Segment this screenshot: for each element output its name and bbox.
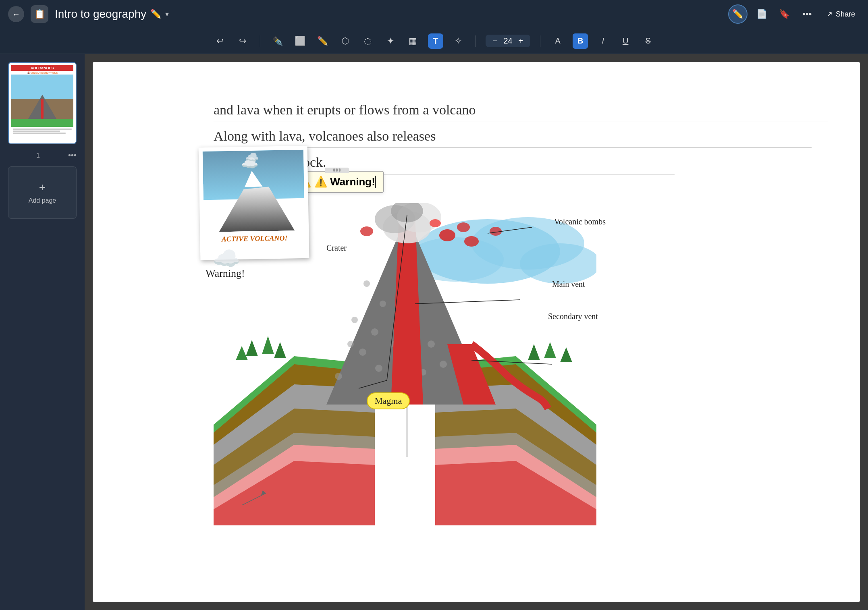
highlighter-icon: ✏️ bbox=[317, 36, 328, 46]
warning-text: ⚠️ Warning! bbox=[314, 176, 376, 188]
title-text: Intro to geography bbox=[55, 8, 146, 21]
svg-marker-49 bbox=[236, 346, 248, 360]
text-tool[interactable]: T bbox=[428, 33, 443, 49]
font-size-control: − 24 + bbox=[486, 35, 530, 47]
separator-3 bbox=[540, 35, 540, 47]
separator-2 bbox=[476, 35, 476, 47]
page-content: and lava when it erupts or flows from a … bbox=[93, 62, 860, 602]
magma-label: Magma bbox=[367, 392, 410, 409]
svg-point-19 bbox=[363, 280, 370, 287]
main-vent-label: Main vent bbox=[552, 280, 585, 289]
font-size-increase[interactable]: + bbox=[517, 36, 525, 46]
share-label: Share bbox=[836, 10, 855, 19]
selection-tool[interactable]: ◌ bbox=[360, 33, 376, 49]
secondary-vent-label: Secondary vent bbox=[548, 312, 598, 321]
bold-button[interactable]: B bbox=[573, 33, 588, 49]
highlighter-tool[interactable]: ✏️ bbox=[315, 33, 330, 49]
notebook-icon: 📋 bbox=[31, 5, 48, 23]
add-page-plus-icon: + bbox=[39, 181, 46, 194]
toolbar: ↩ ↪ ✒️ ⬜ ✏️ ⬡ ◌ ✦ ▦ T ✧ bbox=[0, 28, 868, 54]
svg-point-43 bbox=[490, 227, 502, 236]
more-options-button[interactable]: ••• bbox=[799, 6, 815, 22]
text-icon: T bbox=[433, 36, 438, 46]
redo-icon: ↪ bbox=[239, 36, 246, 46]
italic-icon: I bbox=[602, 36, 604, 46]
thumb-subtitle: 🌋 VOLCANIC ERUPTIONS bbox=[11, 71, 73, 75]
svg-marker-47 bbox=[262, 336, 274, 354]
svg-point-27 bbox=[440, 361, 447, 368]
resize-handle[interactable] bbox=[325, 168, 349, 173]
header-left: ← 📋 Intro to geography ✏️ ▾ bbox=[8, 5, 169, 23]
page-number: 1 bbox=[8, 152, 68, 159]
avatar-pencil-icon: ✏️ bbox=[732, 9, 743, 19]
separator-1 bbox=[260, 35, 260, 47]
eraser-tool[interactable]: ⬜ bbox=[293, 33, 308, 49]
svg-point-30 bbox=[375, 365, 382, 372]
svg-point-31 bbox=[347, 341, 354, 347]
image-icon: ▦ bbox=[409, 36, 417, 46]
eraser-icon: ⬜ bbox=[295, 36, 305, 46]
back-button[interactable]: ← bbox=[8, 6, 24, 22]
svg-point-40 bbox=[439, 229, 455, 241]
bookmark-button[interactable]: 🔖 bbox=[777, 6, 793, 22]
add-page-button[interactable]: + Add page bbox=[8, 166, 77, 219]
svg-point-45 bbox=[360, 226, 373, 236]
page-controls: 1 ••• bbox=[8, 151, 77, 160]
image-tool[interactable]: ▦ bbox=[405, 33, 421, 49]
bold-icon: B bbox=[577, 36, 583, 46]
svg-point-41 bbox=[457, 222, 470, 232]
redo-button[interactable]: ↪ bbox=[235, 33, 250, 49]
add-icon: 📄 bbox=[756, 9, 767, 19]
page-thumbnail-1[interactable]: VOLCANOES 🌋 VOLCANIC ERUPTIONS bbox=[8, 62, 77, 144]
page-options-button[interactable]: ••• bbox=[68, 151, 77, 160]
svg-point-22 bbox=[371, 328, 378, 336]
text-line-1: and lava when it erupts or flows from a … bbox=[214, 102, 476, 118]
share-button[interactable]: ↗ Share bbox=[822, 7, 860, 21]
canvas-page: and lava when it erupts or flows from a … bbox=[93, 62, 860, 602]
pen-icon: ✒️ bbox=[272, 36, 283, 46]
font-style-button[interactable]: A bbox=[550, 33, 565, 49]
font-size-value: 24 bbox=[503, 36, 514, 46]
italic-button[interactable]: I bbox=[595, 33, 611, 49]
bookmark-icon: 🔖 bbox=[779, 9, 790, 19]
svg-point-21 bbox=[351, 317, 358, 323]
tools-group: ✒️ ⬜ ✏️ ⬡ ◌ ✦ ▦ T ✧ bbox=[270, 33, 466, 49]
star-icon: ✦ bbox=[387, 36, 394, 46]
sidebar: VOLCANOES 🌋 VOLCANIC ERUPTIONS bbox=[0, 54, 85, 610]
svg-marker-52 bbox=[560, 347, 572, 362]
star-tool[interactable]: ✦ bbox=[383, 33, 398, 49]
lasso-tool[interactable]: ⬡ bbox=[338, 33, 353, 49]
notebook-symbol: 📋 bbox=[34, 9, 45, 19]
canvas-area[interactable]: and lava when it erupts or flows from a … bbox=[85, 54, 868, 610]
title-chevron-icon: ▾ bbox=[165, 10, 169, 19]
history-group: ↩ ↪ bbox=[212, 33, 250, 49]
add-page-label: Add page bbox=[29, 197, 56, 204]
svg-marker-51 bbox=[544, 342, 556, 358]
magic-tool[interactable]: ✧ bbox=[451, 33, 466, 49]
font-size-decrease[interactable]: − bbox=[491, 36, 499, 46]
svg-marker-48 bbox=[274, 342, 286, 358]
user-avatar[interactable]: ✏️ bbox=[728, 4, 748, 24]
svg-point-44 bbox=[430, 219, 441, 227]
title-pencil-icon: ✏️ bbox=[150, 9, 161, 19]
formatting-group: A B I U S bbox=[550, 33, 656, 49]
volcano-diagram bbox=[214, 203, 596, 525]
add-button[interactable]: 📄 bbox=[754, 6, 770, 22]
header: ← 📋 Intro to geography ✏️ ▾ ✏️ 📄 🔖 ••• ↗… bbox=[0, 0, 868, 28]
underline-icon: U bbox=[623, 36, 628, 46]
selection-icon: ◌ bbox=[364, 36, 372, 46]
thumb-title: VOLCANOES bbox=[11, 65, 73, 71]
magic-icon: ✧ bbox=[455, 36, 462, 46]
undo-button[interactable]: ↩ bbox=[212, 33, 228, 49]
back-icon: ← bbox=[12, 10, 20, 19]
strikethrough-button[interactable]: S bbox=[640, 33, 656, 49]
header-right: ✏️ 📄 🔖 ••• ↗ Share bbox=[728, 4, 860, 24]
undo-icon: ↩ bbox=[216, 36, 224, 46]
font-a-icon: A bbox=[555, 36, 561, 46]
underline-button[interactable]: U bbox=[618, 33, 633, 49]
share-arrow-icon: ↗ bbox=[826, 10, 833, 19]
strikethrough-icon: S bbox=[646, 36, 651, 46]
document-title: Intro to geography ✏️ ▾ bbox=[55, 8, 169, 21]
pen-tool[interactable]: ✒️ bbox=[270, 33, 285, 49]
svg-point-26 bbox=[428, 340, 435, 348]
